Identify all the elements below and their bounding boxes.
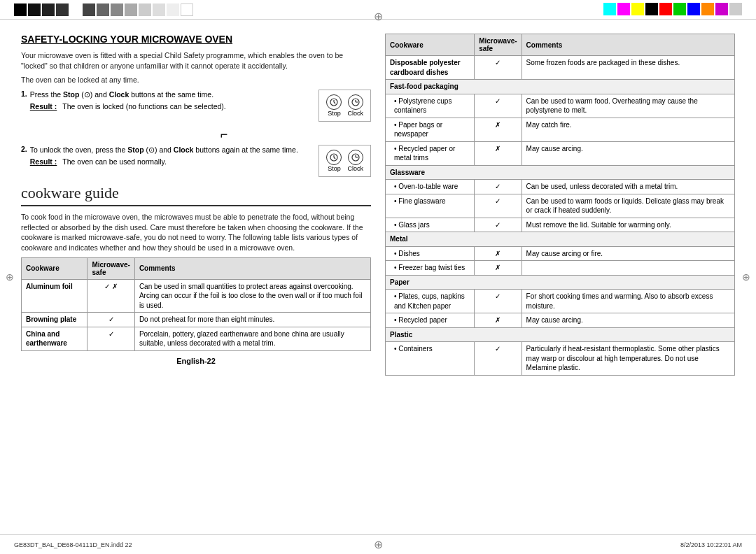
safe-cell: ✗ xyxy=(475,246,522,261)
color-squares-right xyxy=(603,3,742,15)
bottom-bar: GE83DT_BAL_DE68-04111D_EN.indd 22 ⊕ 8/2/… xyxy=(0,534,756,554)
gray-squares xyxy=(83,3,193,16)
bottom-right-text: 8/2/2013 10:22:01 AM xyxy=(680,541,742,548)
item-name-cell: • Polystyrene cups containers xyxy=(386,94,475,118)
left-table: Cookware Microwave-safe Comments Aluminu… xyxy=(21,257,371,351)
item-name-cell: • Recycled paper or metal trims xyxy=(386,141,475,165)
step2-container: Stop Clock 2. To unlock the o xyxy=(21,145,371,177)
safe-cell: ✗ xyxy=(475,261,522,276)
stop-svg-2 xyxy=(329,152,339,162)
step1-text: Press the Stop (⊙) and Clock buttons at … xyxy=(30,90,214,99)
table-row: • Recycled paper ✗ May cause arcing. xyxy=(386,313,735,328)
bottom-center-crosshair: ⊕ xyxy=(374,538,383,551)
stop-button-icon-2: Stop xyxy=(326,150,342,172)
item-name-cell: • Paper bags or newspaper xyxy=(386,118,475,141)
cookware-intro: To cook food in the microwave oven, the … xyxy=(21,212,371,253)
comment-cell: May catch fire. xyxy=(522,118,734,141)
safe-cell: ✓ xyxy=(475,180,522,194)
step1-result-text: The oven is locked (no functions can be … xyxy=(62,101,225,112)
color-sq-black xyxy=(645,3,658,15)
gray-sq-4 xyxy=(125,3,137,16)
item-name-cell: • Oven-to-table ware xyxy=(386,180,475,194)
safe-cell: ✓ xyxy=(475,194,522,218)
category-label: Paper xyxy=(386,275,735,290)
clock-button-icon-2: Clock xyxy=(347,150,363,172)
stop-circle-2 xyxy=(326,150,342,165)
clock-circle-2 xyxy=(348,150,363,165)
safe-cell: ✗ xyxy=(475,141,522,165)
table-row: Aluminum foil ✓ ✗ Can be used in small q… xyxy=(22,279,371,313)
center-crosshair: ⊕ xyxy=(374,10,383,23)
clock-svg-2 xyxy=(351,152,360,162)
safe-cell: ✗ xyxy=(475,313,522,328)
cookware-cell: Aluminum foil xyxy=(22,279,88,313)
safe-cell: ✓ xyxy=(475,56,522,80)
category-label: Plastic xyxy=(386,327,735,342)
comment-cell: Must remove the lid. Suitable for warmin… xyxy=(522,218,734,232)
step1: 1. Press the Stop (⊙) and Clock buttons … xyxy=(21,90,312,111)
color-sq-magenta xyxy=(617,3,630,15)
item-name-cell: • Containers xyxy=(386,342,475,376)
table-row: • Oven-to-table ware ✓ Can be used, unle… xyxy=(386,180,735,194)
cookware-title: cookware guide xyxy=(21,184,371,206)
step2-result-text: The oven can be used normally. xyxy=(62,157,167,167)
bottom-left-text: GE83DT_BAL_DE68-04111D_EN.indd 22 xyxy=(14,541,132,548)
comment-cell: May cause arcing. xyxy=(522,313,734,328)
left-table-header-row: Cookware Microwave-safe Comments xyxy=(22,257,371,279)
item-name-cell: • Plates, cups, napkins and Kitchen pape… xyxy=(386,290,475,313)
right-column: Cookware Microwave-safe Comments Disposa… xyxy=(385,34,735,520)
category-header-row: Glassware xyxy=(386,165,735,180)
clock-circle-1 xyxy=(348,94,363,110)
item-name-cell: • Dishes xyxy=(386,246,475,261)
comment-cell: Particularly if heat-resistant thermopla… xyxy=(522,342,734,376)
black-sq-3 xyxy=(42,3,55,16)
black-sq-1 xyxy=(14,3,27,16)
clock-label-1: Clock xyxy=(347,110,363,117)
table-row: • Plates, cups, napkins and Kitchen pape… xyxy=(386,290,735,313)
cookware-cell: Browning plate xyxy=(22,313,88,327)
safe-cell: ✓ xyxy=(88,327,134,350)
category-header-row: Plastic xyxy=(386,327,735,342)
category-label: Metal xyxy=(386,232,735,247)
comment-cell: Can be used, unless decorated with a met… xyxy=(522,180,734,194)
safe-cell: ✓ ✗ xyxy=(88,279,134,313)
step1-result-label: Result : xyxy=(30,101,57,112)
svg-line-8 xyxy=(334,157,335,159)
color-sq-cyan xyxy=(603,3,616,15)
main-content: SAFETY-LOCKING YOUR MICROWAVE OVEN Your … xyxy=(0,20,756,534)
left-margin-mark: ⊕ xyxy=(6,271,14,283)
category-header-row: Paper xyxy=(386,275,735,290)
black-sq-2 xyxy=(28,3,41,16)
lock-symbol: ⌐ xyxy=(77,127,371,142)
clock-label-2: Clock xyxy=(347,165,363,172)
table-row: Disposable polyester cardboard dishes ✓ … xyxy=(386,56,735,80)
left-column: SAFETY-LOCKING YOUR MICROWAVE OVEN Your … xyxy=(21,34,371,520)
intro-text2: The oven can be locked at any time. xyxy=(21,75,371,85)
color-sq-red xyxy=(659,3,672,15)
color-sq-orange xyxy=(701,3,714,15)
step2-text: To unlock the oven, press the Stop (⊙) a… xyxy=(30,145,298,154)
left-table-body: Aluminum foil ✓ ✗ Can be used in small q… xyxy=(22,279,371,350)
stop-label-1: Stop xyxy=(328,110,341,117)
comment-cell: Can be used to warm foods or liquids. De… xyxy=(522,194,734,218)
left-th-comments: Comments xyxy=(134,257,370,279)
right-th-cookware: Cookware xyxy=(386,34,475,56)
item-name-cell: • Freezer bag twist ties xyxy=(386,261,475,276)
category-label: Glassware xyxy=(386,165,735,180)
stop-label-2: Stop xyxy=(328,165,341,172)
item-name-cell: • Recycled paper xyxy=(386,313,475,328)
left-th-cookware: Cookware xyxy=(22,257,88,279)
black-sq-4 xyxy=(56,3,69,16)
cookware-cell: China and earthenware xyxy=(22,327,88,350)
gray-sq-7 xyxy=(167,3,179,16)
stop-circle-1 xyxy=(326,94,342,110)
category-label: Fast-food packaging xyxy=(386,80,735,94)
step2: 2. To unlock the oven, press the Stop (⊙… xyxy=(21,145,312,166)
comment-cell: Can be used in small quantities to prote… xyxy=(134,279,370,313)
table-row: • Polystyrene cups containers ✓ Can be u… xyxy=(386,94,735,118)
safe-cell: ✗ xyxy=(475,118,522,141)
comment-cell: For short cooking times and warming. Als… xyxy=(522,290,734,313)
right-table-body: Disposable polyester cardboard dishes ✓ … xyxy=(386,56,735,376)
stop-button-icon-1: Stop xyxy=(326,94,342,117)
clock-svg-1 xyxy=(351,97,360,107)
